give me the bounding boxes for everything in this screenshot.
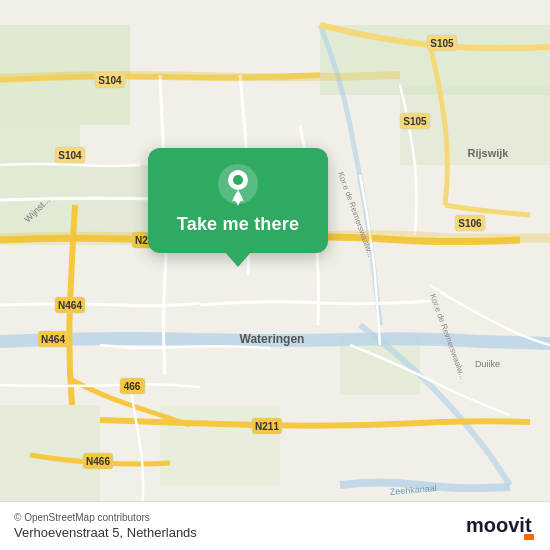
svg-text:S105: S105 — [430, 38, 454, 49]
popup-card[interactable]: Take me there — [148, 148, 328, 253]
svg-text:N211: N211 — [255, 421, 279, 432]
svg-rect-2 — [0, 125, 80, 245]
svg-rect-7 — [160, 405, 280, 485]
svg-text:Wateringen: Wateringen — [240, 332, 305, 346]
svg-rect-42 — [524, 534, 534, 540]
svg-text:S105: S105 — [403, 116, 427, 127]
bottom-bar: © OpenStreetMap contributors Verhoevenst… — [0, 501, 550, 550]
bottom-left: © OpenStreetMap contributors Verhoevenst… — [14, 512, 197, 540]
svg-text:N466: N466 — [86, 456, 110, 467]
location-pin-icon — [216, 162, 260, 206]
svg-text:moovit: moovit — [466, 514, 532, 536]
moovit-logo: moovit — [466, 510, 536, 542]
map-container: S105 S104 S104 S105 S106 N211 N464 N464 … — [0, 0, 550, 550]
svg-text:Duiike: Duiike — [475, 359, 500, 369]
moovit-logo-icon: moovit — [466, 510, 536, 542]
svg-text:466: 466 — [124, 381, 141, 392]
address-text: Verhoevenstraat 5, Netherlands — [14, 525, 197, 540]
svg-text:S106: S106 — [458, 218, 482, 229]
map-svg: S105 S104 S104 S105 S106 N211 N464 N464 … — [0, 0, 550, 550]
svg-text:Rijswijk: Rijswijk — [468, 147, 510, 159]
svg-point-40 — [233, 175, 243, 185]
svg-text:S104: S104 — [98, 75, 122, 86]
svg-text:N464: N464 — [58, 300, 82, 311]
take-me-there-button[interactable]: Take me there — [177, 214, 299, 235]
copyright-text: © OpenStreetMap contributors — [14, 512, 197, 523]
svg-text:N464: N464 — [41, 334, 65, 345]
svg-text:S104: S104 — [58, 150, 82, 161]
